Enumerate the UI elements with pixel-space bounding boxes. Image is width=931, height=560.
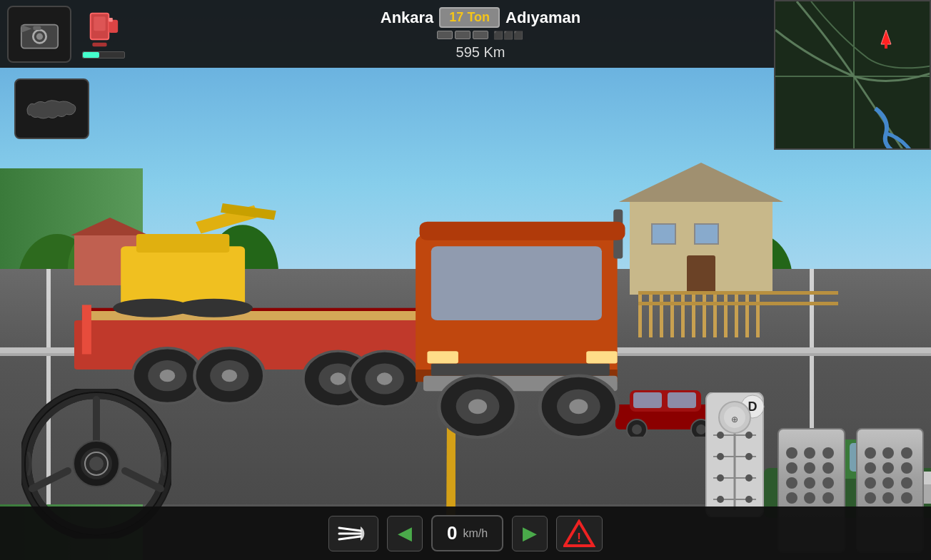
svg-point-41 [377,372,393,385]
camera-icon [20,18,59,50]
svg-point-122 [745,453,753,460]
svg-rect-48 [587,351,618,363]
svg-point-35 [222,370,238,382]
lights-icon [336,521,371,546]
distance-display: 595 Km [456,44,505,61]
svg-point-51 [468,399,487,414]
svg-rect-99 [885,43,887,49]
speed-display: 0 km/h [431,515,503,551]
turkey-silhouette-icon [24,91,81,127]
turkey-map-button[interactable] [14,78,89,139]
nav-left-button[interactable]: ◀ [387,516,423,551]
fuel-icon [86,10,121,49]
svg-rect-43 [431,246,602,320]
nav-right-icon: ▶ [523,522,537,544]
trailer-icons: ⬛⬛⬛ [437,31,523,40]
nav-right-button[interactable]: ▶ [512,516,548,551]
svg-rect-24 [121,246,246,307]
fuel-bar-bg [82,51,125,58]
gear-shift[interactable]: D ⊕ [703,392,767,517]
minimap[interactable] [774,0,931,150]
svg-point-123 [717,474,724,482]
trailer-icon-3 [473,31,488,39]
fuel-bar [83,52,99,58]
svg-point-32 [160,370,176,382]
svg-text:⊕: ⊕ [731,414,738,424]
speed-unit: km/h [463,527,488,540]
svg-line-130 [339,528,361,531]
nav-left-icon: ◀ [398,522,412,544]
svg-rect-46 [431,363,610,375]
city-to: Adıyaman [505,9,580,27]
svg-point-119 [717,432,724,439]
bottom-hud: ◀ 0 km/h ▶ ! [0,506,931,560]
svg-point-54 [570,399,588,414]
svg-point-78 [36,34,42,40]
svg-line-105 [32,471,68,489]
hazard-icon: ! [563,519,595,548]
lights-button[interactable] [328,516,378,551]
svg-point-125 [717,496,724,503]
svg-rect-56 [420,222,625,240]
svg-rect-79 [33,26,41,31]
camera-button[interactable] [7,6,71,63]
svg-point-121 [717,453,724,460]
svg-point-124 [745,474,753,482]
hazard-button[interactable]: ! [556,516,603,551]
route-section: Ankara 17 Ton Adıyaman ⬛⬛⬛ 595 Km [139,7,822,61]
svg-rect-47 [428,351,458,363]
fuel-section [82,10,125,58]
svg-rect-83 [92,42,106,46]
svg-point-38 [331,372,346,385]
svg-point-29 [176,299,253,317]
truck [74,185,773,493]
svg-rect-84 [94,16,106,31]
trailer-icon-1 [437,31,453,39]
svg-line-132 [339,536,361,539]
gear-shift-svg: D ⊕ [703,392,767,517]
svg-text:!: ! [577,531,581,545]
minimap-svg [775,1,931,150]
svg-rect-23 [82,305,91,354]
city-from: Ankara [381,9,434,27]
svg-rect-25 [136,234,229,253]
route-top: Ankara 17 Ton Adıyaman [381,7,580,28]
svg-point-126 [745,496,753,503]
trailer-label: ⬛⬛⬛ [493,31,523,40]
svg-point-120 [745,432,753,439]
svg-point-110 [89,457,104,471]
svg-line-106 [125,471,161,489]
svg-rect-82 [109,18,113,22]
cargo-weight-badge: 17 Ton [439,7,500,28]
speed-value: 0 [447,522,457,544]
trailer-icon-2 [455,31,470,39]
